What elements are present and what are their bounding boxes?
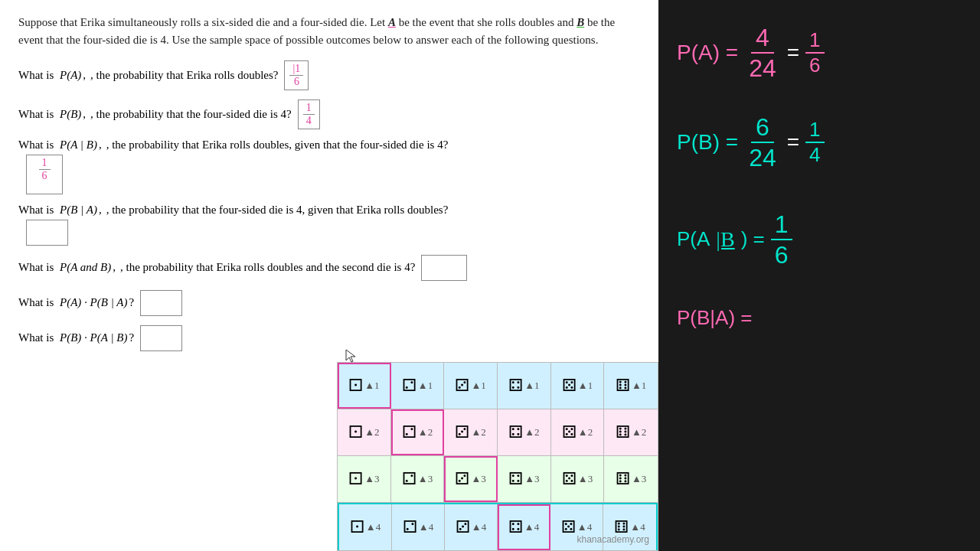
- svg-marker-0: [346, 350, 355, 362]
- b-variable: B: [577, 16, 584, 28]
- q3-PAB: P(A | B): [60, 139, 97, 152]
- q5-PAandB: P(A and B): [60, 261, 111, 274]
- q7-prefix: What is: [18, 331, 54, 344]
- grid-cell-4-1: ⚀▲4: [339, 504, 392, 550]
- grid-cell-1-2: ⚁▲1: [391, 363, 445, 409]
- q5-line: What is P(A and B), , the probability th…: [18, 255, 640, 281]
- question-2: What is P(B), , the probability that the…: [18, 99, 640, 129]
- chalk-pb-result: 1 4: [805, 118, 824, 167]
- grid-cell-2-6: ⚅▲2: [604, 409, 658, 455]
- question-1: What is P(A), , the probability that Eri…: [18, 60, 640, 90]
- grid-cell-2-5: ⚄▲2: [551, 409, 605, 455]
- chalk-pb-res-den: 4: [805, 143, 824, 167]
- chalk-pab-res-num: 1: [771, 210, 792, 240]
- q4-prefix: What is: [18, 204, 54, 217]
- chalk-pab-b: |B: [716, 227, 734, 252]
- chalk-line-2: P(B) = 6 24 = 1 4: [677, 112, 962, 173]
- question-3: What is P(A | B), , the probability that…: [18, 139, 640, 194]
- chalk-pa-label: P(A) =: [677, 41, 738, 65]
- khan-watermark: khanacademy.org: [577, 534, 650, 545]
- and-connector: and: [557, 16, 574, 28]
- q7-line: What is P(B) · P(A | B)?: [18, 325, 640, 351]
- q1-answer-box[interactable]: |1 6: [284, 60, 309, 90]
- q6-answer-box[interactable]: [140, 290, 182, 316]
- intro-text: Suppose that Erika simultaneously rolls …: [18, 16, 385, 28]
- q2-PB: P(B): [60, 108, 81, 121]
- grid-cell-3-3: ⚂▲3: [444, 456, 498, 502]
- grid-cell-4-2: ⚁▲4: [392, 504, 445, 550]
- a-label: A be the event that she rolls doubles: [388, 16, 554, 28]
- chalk-pb-num: 6: [751, 112, 774, 143]
- grid-cell-1-1: ⚀▲1: [338, 363, 391, 409]
- chalk-line-4: P(B|A) =: [677, 306, 962, 330]
- q3-line: What is P(A | B), , the probability that…: [18, 139, 640, 152]
- grid-cell-3-4: ⚃▲3: [498, 456, 551, 502]
- q3-prefix: What is: [18, 139, 54, 152]
- grid-cell-2-4: ⚃▲2: [498, 409, 551, 455]
- problem-statement: Suppose that Erika simultaneously rolls …: [18, 14, 640, 50]
- q6-line: What is P(A) · P(B | A)?: [18, 290, 640, 316]
- grid-cell-2-3: ⚂▲2: [444, 409, 498, 455]
- grid-row-1: ⚀▲1 ⚁▲1 ⚂▲1 ⚃▲1 ⚄▲1 ⚅▲1: [338, 363, 658, 409]
- use-sample-text: Use the sample space of possible outcome…: [172, 34, 598, 46]
- question-7: What is P(B) · P(A | B)?: [18, 325, 640, 351]
- grid-cell-3-5: ⚄▲3: [551, 456, 605, 502]
- q2-answer-box[interactable]: 1 4: [298, 99, 320, 129]
- grid-row-2: ⚀▲2 ⚁▲2 ⚂▲2 ⚃▲2 ⚄▲2 ⚅▲2: [338, 409, 658, 456]
- q4-suffix-text: , the probability that the four-sided di…: [106, 204, 449, 217]
- grid-cell-4-3: ⚂▲4: [445, 504, 498, 550]
- chalk-pb-den: 24: [744, 143, 781, 172]
- chalk-line-3: P(A |B ) = 1 6: [677, 210, 962, 270]
- q7-expr: P(B) · P(A | B): [60, 331, 127, 344]
- q4-PBA: P(B | A): [60, 204, 97, 217]
- q6-prefix: What is: [18, 296, 54, 309]
- q1-PA: P(A): [60, 69, 81, 82]
- q3-answer-box[interactable]: 1 6: [26, 155, 63, 194]
- event-a-text: be the event that she rolls doubles: [399, 16, 554, 28]
- grid-cell-3-1: ⚀▲3: [338, 456, 391, 502]
- chalk-pa-res-den: 6: [805, 54, 824, 77]
- chalk-pa-result: 1 6: [805, 28, 824, 77]
- q3-suffix-text: , the probability that Erika rolls doubl…: [106, 139, 449, 152]
- q2-denominator: 4: [303, 115, 315, 127]
- q1-denominator: 6: [291, 76, 302, 88]
- q1-suffix-text: , the probability that Erika rolls doubl…: [90, 69, 278, 82]
- q3-denominator: 6: [39, 170, 51, 182]
- q2-numerator: 1: [303, 102, 315, 115]
- q5-prefix: What is: [18, 261, 54, 274]
- grid-cell-2-2: ⚁▲2: [391, 409, 445, 455]
- chalk-line-1: P(A) = 4 24 = 1 6: [677, 23, 962, 83]
- q1-line: What is P(A), , the probability that Eri…: [18, 60, 640, 90]
- question-4: What is P(B | A), , the probability that…: [18, 204, 640, 246]
- grid-cell-3-2: ⚁▲3: [391, 456, 445, 502]
- q6-expr: P(A) · P(B | A): [60, 296, 127, 309]
- chalk-pab-close: ) =: [741, 227, 765, 251]
- chalk-pa-res-num: 1: [805, 28, 824, 54]
- left-panel: Suppose that Erika simultaneously rolls …: [0, 0, 658, 551]
- question-5: What is P(A and B), , the probability th…: [18, 255, 640, 281]
- chalk-pb-label: P(B) =: [677, 130, 738, 155]
- q7-answer-box[interactable]: [140, 325, 182, 351]
- grid-cell-3-6: ⚅▲3: [604, 456, 658, 502]
- q2-suffix-text: , the probability that the four-sided di…: [90, 108, 292, 121]
- chalk-pa-den: 24: [744, 54, 781, 83]
- q5-suffix-text: , the probability that Erika rolls doubl…: [120, 261, 415, 274]
- grid-cell-4-4: ⚃▲4: [498, 504, 550, 550]
- chalk-pb-eq: =: [787, 130, 799, 155]
- grid-cell-1-4: ⚃▲1: [498, 363, 551, 409]
- q4-answer-box[interactable]: [26, 220, 68, 246]
- q3-answer-area: 1 6: [21, 155, 640, 194]
- q1-prefix: What is: [18, 69, 54, 82]
- question-6: What is P(A) · P(B | A)?: [18, 290, 640, 316]
- die6-1-1: ⚀: [348, 376, 363, 396]
- right-panel: P(A) = 4 24 = 1 6 P(B) = 6 24 = 1 4 P(A …: [658, 0, 980, 551]
- q2-line: What is P(B), , the probability that the…: [18, 99, 640, 129]
- q4-line: What is P(B | A), , the probability that…: [18, 204, 640, 217]
- sample-space-grid: ⚀▲1 ⚁▲1 ⚂▲1 ⚃▲1 ⚄▲1 ⚅▲1 ⚀▲2 ⚁▲2: [337, 362, 658, 551]
- chalk-pba-label: P(B|A) =: [677, 306, 753, 330]
- grid-cell-1-5: ⚄▲1: [551, 363, 605, 409]
- q5-answer-box[interactable]: [421, 255, 467, 281]
- grid-cell-1-6: ⚅▲1: [604, 363, 658, 409]
- chalk-pb-frac: 6 24: [744, 112, 781, 173]
- grid-cell-2-1: ⚀▲2: [338, 409, 391, 455]
